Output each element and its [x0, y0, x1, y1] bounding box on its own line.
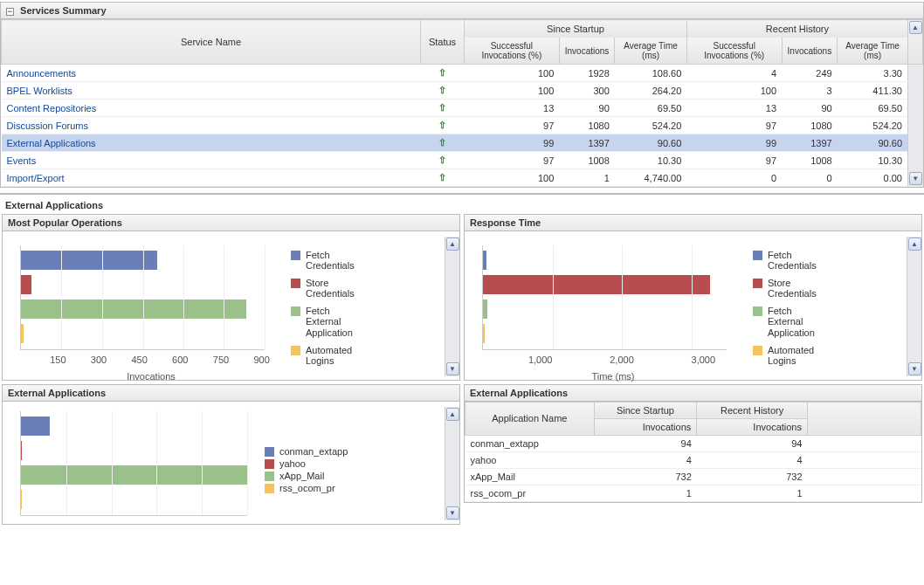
col-service-name[interactable]: Service Name: [2, 20, 421, 65]
table-row[interactable]: conman_extapp9494: [465, 435, 921, 451]
col-since-startup[interactable]: Since Startup: [594, 402, 697, 418]
cell-inv-s: 300: [559, 82, 615, 100]
cell-avg-r: 69.50: [838, 100, 908, 117]
service-link[interactable]: Announcements: [7, 68, 77, 79]
cell-succ-s: 97: [465, 152, 560, 169]
status-up-icon: ⇧: [438, 155, 446, 165]
cell-inv-s: 1: [559, 169, 615, 187]
axis-tick: 900: [253, 354, 269, 365]
cell-succ-s: 97: [465, 117, 560, 134]
col-invocations-s[interactable]: Invocations: [594, 418, 697, 435]
cell-succ-s: 13: [465, 100, 560, 117]
axis-tick: 3,000: [692, 354, 716, 365]
collapse-icon[interactable]: −: [6, 8, 14, 16]
legend-item: rss_ocom_pr: [265, 483, 441, 493]
cell-inv-s: 94: [594, 435, 697, 451]
cell-inv-s: 1080: [559, 117, 615, 134]
chart-bar: [483, 324, 485, 343]
service-link[interactable]: Discussion Forums: [7, 120, 89, 131]
legend-label: conman_extapp: [279, 446, 348, 457]
legend-item: FetchCredentials: [291, 250, 441, 271]
service-link[interactable]: Import/Export: [7, 173, 65, 183]
service-link[interactable]: External Applications: [7, 138, 96, 148]
col-inv-recent[interactable]: Invocations: [782, 38, 838, 65]
cell-succ-r: 99: [686, 134, 782, 152]
cell-avg-r: 524.20: [838, 117, 908, 134]
table-row[interactable]: Import/Export⇧10014,740.00000.00: [2, 169, 923, 187]
cell-succ-s: 99: [465, 134, 560, 152]
popular-x-axis: Invocations: [20, 369, 282, 382]
scroll-up-button[interactable]: ▲: [908, 237, 921, 251]
extapps-chart: [20, 407, 256, 520]
cell-avg-s: 524.20: [615, 117, 686, 134]
legend-swatch: [753, 346, 762, 355]
scroll-down-button[interactable]: ▼: [908, 362, 921, 375]
legend-swatch: [265, 471, 274, 481]
col-avg-startup[interactable]: Average Time (ms): [615, 38, 686, 65]
table-row[interactable]: Announcements⇧1001928108.6042493.30▼: [2, 65, 923, 82]
col-recent-history[interactable]: Recent History: [686, 20, 907, 38]
table-row[interactable]: Discussion Forums⇧971080524.20971080524.…: [2, 117, 923, 134]
col-avg-recent[interactable]: Average Time (ms): [838, 38, 908, 65]
cell-inv-s: 1008: [559, 152, 615, 169]
cell-avg-s: 69.50: [615, 100, 686, 117]
scroll-down-button[interactable]: ▼: [909, 172, 922, 185]
scroll-up-button[interactable]: ▲: [446, 237, 459, 251]
table-row[interactable]: External Applications⇧99139790.609913979…: [2, 134, 923, 152]
col-since-startup[interactable]: Since Startup: [465, 20, 687, 38]
col-inv-startup[interactable]: Invocations: [559, 38, 615, 65]
scroll-up-button[interactable]: ▲: [446, 408, 459, 421]
legend-swatch: [753, 279, 762, 288]
table-row[interactable]: Events⇧97100810.3097100810.30: [2, 152, 923, 169]
table-row[interactable]: BPEL Worklists⇧100300264.201003411.30: [2, 82, 923, 100]
legend-label: StoreCredentials: [768, 278, 817, 299]
cell-inv-r: 94: [697, 435, 808, 451]
col-recent-history[interactable]: Recent History: [697, 402, 808, 418]
cell-avg-r: 90.60: [838, 134, 908, 152]
chart-bar: [483, 275, 710, 294]
scroll-down-button[interactable]: ▼: [446, 506, 459, 520]
col-app-name[interactable]: Application Name: [465, 402, 595, 435]
legend-label: xApp_Mail: [279, 471, 324, 481]
status-up-icon: ⇧: [438, 102, 446, 113]
cell-avg-s: 264.20: [615, 82, 686, 100]
service-link[interactable]: BPEL Worklists: [7, 86, 72, 96]
cell-avg-r: 0.00: [838, 169, 908, 187]
col-status[interactable]: Status: [421, 20, 465, 65]
legend-label: FetchCredentials: [306, 250, 355, 271]
legend-label: FetchExternalApplication: [306, 306, 353, 337]
status-up-icon: ⇧: [438, 85, 446, 95]
response-legend: FetchCredentialsStoreCredentialsFetchExt…: [744, 237, 907, 376]
status-up-icon: ⇧: [438, 172, 446, 182]
cell-inv-s: 1397: [559, 134, 615, 152]
cell-inv-r: 4: [697, 451, 808, 468]
table-row[interactable]: yahoo44: [465, 451, 921, 468]
status-up-icon: ⇧: [438, 137, 446, 148]
cell-inv-r: 90: [782, 100, 838, 117]
cell-succ-r: 97: [686, 152, 782, 169]
legend-label: AutomatedLogins: [306, 345, 352, 366]
cell-inv-r: 732: [697, 468, 808, 485]
cell-app-name: yahoo: [465, 451, 595, 468]
service-link[interactable]: Content Repositories: [7, 103, 97, 114]
col-succ-recent[interactable]: Successful Invocations (%): [686, 38, 782, 65]
service-link[interactable]: Events: [7, 155, 37, 166]
axis-tick: 300: [91, 354, 107, 365]
cell-app-name: rss_ocom_pr: [465, 485, 595, 501]
col-succ-startup[interactable]: Successful Invocations (%): [465, 38, 560, 65]
table-row[interactable]: rss_ocom_pr11: [465, 485, 921, 501]
table-row[interactable]: xApp_Mail732732: [465, 468, 921, 485]
scroll-up-button[interactable]: ▲: [909, 21, 922, 34]
scroll-down-button[interactable]: ▼: [446, 362, 459, 375]
cell-avg-r: 10.30: [838, 152, 908, 169]
chart-bar: [21, 416, 50, 436]
cell-succ-r: 0: [686, 169, 782, 187]
table-row[interactable]: Content Repositories⇧139069.50139069.50: [2, 100, 923, 117]
cell-inv-r: 1080: [782, 117, 838, 134]
services-summary-title: Services Summary: [20, 5, 106, 16]
chart-bar: [21, 465, 248, 485]
col-invocations-r[interactable]: Invocations: [697, 418, 808, 435]
cell-succ-r: 97: [686, 117, 782, 134]
chart-bar: [21, 275, 31, 294]
popular-operations-title: Most Popular Operations: [3, 215, 459, 231]
